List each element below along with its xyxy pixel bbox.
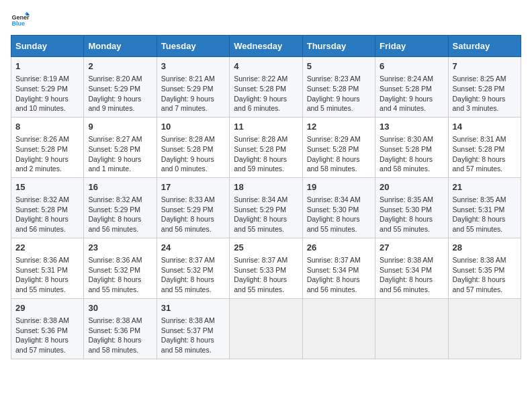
day-number: 27 xyxy=(380,242,443,254)
day-number: 10 xyxy=(161,121,225,133)
day-detail: Sunrise: 8:33 AMSunset: 5:29 PMDaylight:… xyxy=(161,195,225,234)
week-row-2: 8Sunrise: 8:26 AMSunset: 5:28 PMDaylight… xyxy=(11,117,521,177)
table-row: 1Sunrise: 8:19 AMSunset: 5:29 PMDaylight… xyxy=(11,57,84,118)
day-number: 4 xyxy=(234,60,298,73)
day-detail: Sunrise: 8:38 AMSunset: 5:36 PMDaylight:… xyxy=(15,316,79,355)
table-row: 27Sunrise: 8:38 AMSunset: 5:34 PMDayligh… xyxy=(375,238,448,298)
day-detail: Sunrise: 8:26 AMSunset: 5:28 PMDaylight:… xyxy=(15,134,79,174)
table-row: 4Sunrise: 8:22 AMSunset: 5:28 PMDaylight… xyxy=(230,57,302,118)
day-number: 14 xyxy=(453,121,517,133)
table-row: 23Sunrise: 8:36 AMSunset: 5:32 PMDayligh… xyxy=(84,238,157,298)
day-detail: Sunrise: 8:37 AMSunset: 5:32 PMDaylight:… xyxy=(161,255,225,295)
day-number: 1 xyxy=(15,60,79,73)
day-detail: Sunrise: 8:29 AMSunset: 5:28 PMDaylight:… xyxy=(307,134,371,174)
day-detail: Sunrise: 8:30 AMSunset: 5:28 PMDaylight:… xyxy=(380,134,443,174)
day-detail: Sunrise: 8:38 AMSunset: 5:34 PMDaylight:… xyxy=(380,255,443,295)
day-detail: Sunrise: 8:35 AMSunset: 5:31 PMDaylight:… xyxy=(453,195,517,234)
table-row: 22Sunrise: 8:36 AMSunset: 5:31 PMDayligh… xyxy=(11,238,84,298)
col-header-monday: Monday xyxy=(84,36,157,57)
table-row: 15Sunrise: 8:32 AMSunset: 5:28 PMDayligh… xyxy=(11,177,84,238)
day-number: 2 xyxy=(88,60,152,73)
day-detail: Sunrise: 8:31 AMSunset: 5:28 PMDaylight:… xyxy=(453,134,517,174)
day-number: 24 xyxy=(161,242,225,254)
table-row: 11Sunrise: 8:28 AMSunset: 5:28 PMDayligh… xyxy=(230,117,302,177)
table-row: 17Sunrise: 8:33 AMSunset: 5:29 PMDayligh… xyxy=(157,177,229,238)
col-header-thursday: Thursday xyxy=(302,36,375,57)
table-row: 28Sunrise: 8:38 AMSunset: 5:35 PMDayligh… xyxy=(448,238,521,298)
day-detail: Sunrise: 8:38 AMSunset: 5:35 PMDaylight:… xyxy=(453,255,517,295)
day-detail: Sunrise: 8:36 AMSunset: 5:31 PMDaylight:… xyxy=(15,255,79,295)
day-detail: Sunrise: 8:37 AMSunset: 5:33 PMDaylight:… xyxy=(234,255,298,295)
table-row: 13Sunrise: 8:30 AMSunset: 5:28 PMDayligh… xyxy=(375,117,448,177)
col-header-wednesday: Wednesday xyxy=(230,36,302,57)
col-header-friday: Friday xyxy=(375,36,448,57)
day-number: 26 xyxy=(307,242,371,254)
calendar-table: SundayMondayTuesdayWednesdayThursdayFrid… xyxy=(11,35,521,359)
day-number: 21 xyxy=(453,181,517,193)
day-number: 3 xyxy=(161,60,225,73)
table-row: 26Sunrise: 8:37 AMSunset: 5:34 PMDayligh… xyxy=(302,238,375,298)
day-number: 11 xyxy=(234,121,298,133)
day-detail: Sunrise: 8:28 AMSunset: 5:28 PMDaylight:… xyxy=(161,134,225,174)
day-detail: Sunrise: 8:34 AMSunset: 5:29 PMDaylight:… xyxy=(234,195,298,234)
day-number: 22 xyxy=(15,242,79,254)
table-row: 25Sunrise: 8:37 AMSunset: 5:33 PMDayligh… xyxy=(230,238,302,298)
table-row: 31Sunrise: 8:38 AMSunset: 5:37 PMDayligh… xyxy=(157,298,229,359)
day-detail: Sunrise: 8:38 AMSunset: 5:36 PMDaylight:… xyxy=(88,316,152,355)
day-detail: Sunrise: 8:22 AMSunset: 5:28 PMDaylight:… xyxy=(234,74,298,113)
col-header-sunday: Sunday xyxy=(11,36,84,57)
col-header-tuesday: Tuesday xyxy=(157,36,229,57)
day-number: 7 xyxy=(453,60,517,73)
day-number: 13 xyxy=(380,121,443,133)
day-detail: Sunrise: 8:37 AMSunset: 5:34 PMDaylight:… xyxy=(307,255,371,295)
table-row: 16Sunrise: 8:32 AMSunset: 5:29 PMDayligh… xyxy=(84,177,157,238)
logo: General Blue xyxy=(11,11,30,30)
day-number: 28 xyxy=(453,242,517,254)
table-row: 18Sunrise: 8:34 AMSunset: 5:29 PMDayligh… xyxy=(230,177,302,238)
day-number: 15 xyxy=(15,181,79,193)
table-row xyxy=(448,298,521,359)
day-detail: Sunrise: 8:35 AMSunset: 5:30 PMDaylight:… xyxy=(380,195,443,234)
day-detail: Sunrise: 8:32 AMSunset: 5:28 PMDaylight:… xyxy=(15,195,79,234)
day-number: 19 xyxy=(307,181,371,193)
week-row-3: 15Sunrise: 8:32 AMSunset: 5:28 PMDayligh… xyxy=(11,177,521,238)
day-number: 25 xyxy=(234,242,298,254)
table-row: 2Sunrise: 8:20 AMSunset: 5:29 PMDaylight… xyxy=(84,57,157,118)
day-number: 16 xyxy=(88,181,152,193)
day-detail: Sunrise: 8:28 AMSunset: 5:28 PMDaylight:… xyxy=(234,134,298,174)
day-number: 23 xyxy=(88,242,152,254)
day-detail: Sunrise: 8:34 AMSunset: 5:30 PMDaylight:… xyxy=(307,195,371,234)
table-row: 21Sunrise: 8:35 AMSunset: 5:31 PMDayligh… xyxy=(448,177,521,238)
table-row: 5Sunrise: 8:23 AMSunset: 5:28 PMDaylight… xyxy=(302,57,375,118)
day-number: 8 xyxy=(15,121,79,133)
table-row: 12Sunrise: 8:29 AMSunset: 5:28 PMDayligh… xyxy=(302,117,375,177)
table-row: 20Sunrise: 8:35 AMSunset: 5:30 PMDayligh… xyxy=(375,177,448,238)
day-number: 18 xyxy=(234,181,298,193)
day-detail: Sunrise: 8:20 AMSunset: 5:29 PMDaylight:… xyxy=(88,74,152,113)
svg-text:Blue: Blue xyxy=(11,20,25,27)
table-row: 14Sunrise: 8:31 AMSunset: 5:28 PMDayligh… xyxy=(448,117,521,177)
day-detail: Sunrise: 8:19 AMSunset: 5:29 PMDaylight:… xyxy=(15,74,79,113)
header-row: SundayMondayTuesdayWednesdayThursdayFrid… xyxy=(11,36,521,57)
day-detail: Sunrise: 8:21 AMSunset: 5:29 PMDaylight:… xyxy=(161,74,225,113)
day-detail: Sunrise: 8:23 AMSunset: 5:28 PMDaylight:… xyxy=(307,74,371,113)
table-row: 9Sunrise: 8:27 AMSunset: 5:28 PMDaylight… xyxy=(84,117,157,177)
day-number: 12 xyxy=(307,121,371,133)
logo-icon: General Blue xyxy=(11,11,30,30)
week-row-5: 29Sunrise: 8:38 AMSunset: 5:36 PMDayligh… xyxy=(11,298,521,359)
day-detail: Sunrise: 8:25 AMSunset: 5:28 PMDaylight:… xyxy=(453,74,517,113)
day-detail: Sunrise: 8:27 AMSunset: 5:28 PMDaylight:… xyxy=(88,134,152,174)
day-number: 6 xyxy=(380,60,443,73)
day-number: 20 xyxy=(380,181,443,193)
table-row xyxy=(230,298,302,359)
day-number: 31 xyxy=(161,302,225,314)
day-detail: Sunrise: 8:32 AMSunset: 5:29 PMDaylight:… xyxy=(88,195,152,234)
week-row-4: 22Sunrise: 8:36 AMSunset: 5:31 PMDayligh… xyxy=(11,238,521,298)
table-row: 24Sunrise: 8:37 AMSunset: 5:32 PMDayligh… xyxy=(157,238,229,298)
day-number: 5 xyxy=(307,60,371,73)
day-number: 29 xyxy=(15,302,79,314)
table-row: 30Sunrise: 8:38 AMSunset: 5:36 PMDayligh… xyxy=(84,298,157,359)
day-number: 17 xyxy=(161,181,225,193)
table-row: 7Sunrise: 8:25 AMSunset: 5:28 PMDaylight… xyxy=(448,57,521,118)
table-row xyxy=(375,298,448,359)
